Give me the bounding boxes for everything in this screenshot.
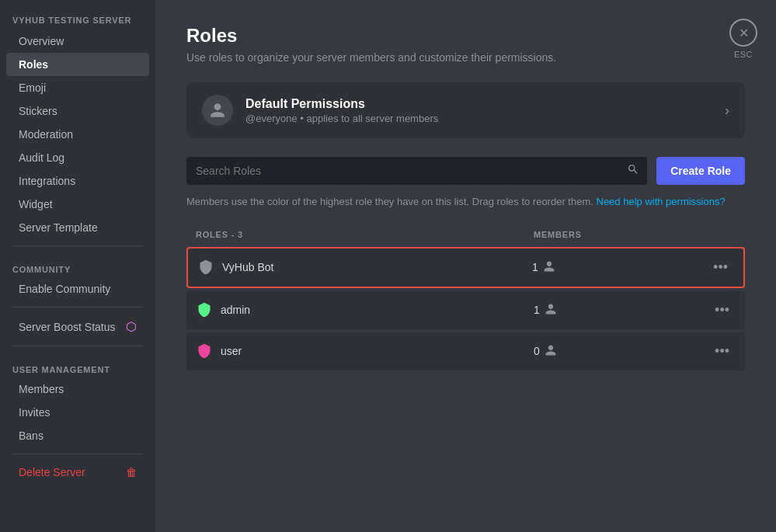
help-text: Members use the color of the highest rol… bbox=[186, 194, 745, 210]
sidebar-item-stickers[interactable]: Stickers bbox=[6, 99, 149, 123]
trash-icon: 🗑 bbox=[126, 466, 137, 478]
role-members-admin: 1 bbox=[534, 303, 689, 318]
shield-icon-admin bbox=[196, 301, 213, 318]
role-row-vyhub-bot[interactable]: VyHub Bot 1 ••• bbox=[186, 247, 745, 288]
sidebar-item-integrations[interactable]: Integrations bbox=[6, 169, 149, 193]
shield-icon-user bbox=[196, 342, 213, 360]
member-icon-user bbox=[545, 344, 557, 359]
default-perms-text: Default Permissions @everyone • applies … bbox=[245, 97, 438, 124]
sidebar-item-invites[interactable]: Invites bbox=[6, 401, 149, 424]
default-perms-title: Default Permissions bbox=[245, 97, 438, 111]
search-row: Create Role bbox=[186, 157, 745, 185]
sidebar-item-enable-community[interactable]: Enable Community bbox=[6, 277, 149, 301]
shield-icon-vyhub bbox=[197, 259, 214, 276]
sidebar-item-server-boost[interactable]: Server Boost Status ⬡ bbox=[6, 314, 149, 339]
role-name-cell-admin: admin bbox=[196, 301, 534, 318]
sidebar-item-widget[interactable]: Widget bbox=[6, 193, 149, 216]
more-options-vyhub-bot[interactable]: ••• bbox=[687, 256, 734, 279]
role-row-user[interactable]: user 0 ••• bbox=[186, 332, 745, 370]
create-role-button[interactable]: Create Role bbox=[656, 157, 745, 185]
more-options-admin[interactable]: ••• bbox=[689, 299, 736, 322]
community-section-label: COMMUNITY bbox=[0, 252, 155, 277]
roles-table-header: ROLES - 3 MEMBERS bbox=[186, 225, 745, 244]
esc-circle: ✕ bbox=[729, 19, 757, 47]
member-icon-vyhub bbox=[543, 260, 555, 275]
sidebar-item-members[interactable]: Members bbox=[6, 377, 149, 401]
default-permissions-card[interactable]: Default Permissions @everyone • applies … bbox=[186, 82, 745, 138]
main-content: ✕ ESC Roles Use roles to organize your s… bbox=[155, 0, 776, 532]
esc-button[interactable]: ✕ ESC bbox=[729, 19, 757, 59]
help-link[interactable]: Need help with permissions? bbox=[597, 196, 726, 207]
search-icon bbox=[627, 163, 639, 179]
sidebar-item-moderation[interactable]: Moderation bbox=[6, 123, 149, 146]
sidebar-item-bans[interactable]: Bans bbox=[6, 424, 149, 447]
more-options-user[interactable]: ••• bbox=[689, 340, 736, 363]
page-subtitle: Use roles to organize your server member… bbox=[186, 51, 745, 64]
server-name: VYHUB TESTING SERVER bbox=[0, 9, 155, 30]
esc-label: ESC bbox=[734, 50, 753, 59]
page-title: Roles bbox=[186, 25, 745, 47]
role-name-user: user bbox=[221, 345, 242, 357]
role-row-admin[interactable]: admin 1 ••• bbox=[186, 291, 745, 329]
sidebar-item-server-template[interactable]: Server Template bbox=[6, 216, 149, 239]
sidebar-item-delete-server[interactable]: Delete Server 🗑 bbox=[6, 461, 149, 484]
member-icon-admin bbox=[545, 303, 557, 318]
role-members-user: 0 bbox=[534, 344, 689, 359]
search-wrapper bbox=[186, 157, 647, 185]
user-management-section-label: USER MANAGEMENT bbox=[0, 353, 155, 377]
sidebar-item-roles[interactable]: Roles bbox=[6, 53, 149, 76]
role-name-admin: admin bbox=[221, 304, 250, 316]
sidebar-item-overview[interactable]: Overview bbox=[6, 30, 149, 53]
boost-icon: ⬡ bbox=[126, 319, 137, 334]
sidebar: VYHUB TESTING SERVER Overview Roles Emoj… bbox=[0, 0, 155, 532]
role-name-vyhub-bot: VyHub Bot bbox=[222, 261, 273, 273]
everyone-avatar bbox=[202, 95, 233, 126]
sidebar-item-audit-log[interactable]: Audit Log bbox=[6, 146, 149, 169]
divider-user-management bbox=[12, 346, 143, 346]
divider-delete bbox=[12, 454, 143, 454]
default-perms-left: Default Permissions @everyone • applies … bbox=[202, 95, 438, 126]
role-name-cell: VyHub Bot bbox=[197, 259, 532, 276]
roles-count-label: ROLES - 3 bbox=[196, 230, 534, 239]
chevron-right-icon: › bbox=[725, 103, 729, 119]
sidebar-item-emoji[interactable]: Emoji bbox=[6, 76, 149, 99]
divider-community bbox=[12, 245, 143, 246]
divider-boost bbox=[12, 307, 143, 308]
default-perms-subtitle: @everyone • applies to all server member… bbox=[245, 113, 438, 124]
role-members-vyhub-bot: 1 bbox=[532, 260, 687, 275]
search-input[interactable] bbox=[186, 157, 647, 185]
role-name-cell-user: user bbox=[196, 342, 534, 360]
close-icon: ✕ bbox=[739, 26, 749, 40]
members-col-label: MEMBERS bbox=[534, 230, 689, 239]
